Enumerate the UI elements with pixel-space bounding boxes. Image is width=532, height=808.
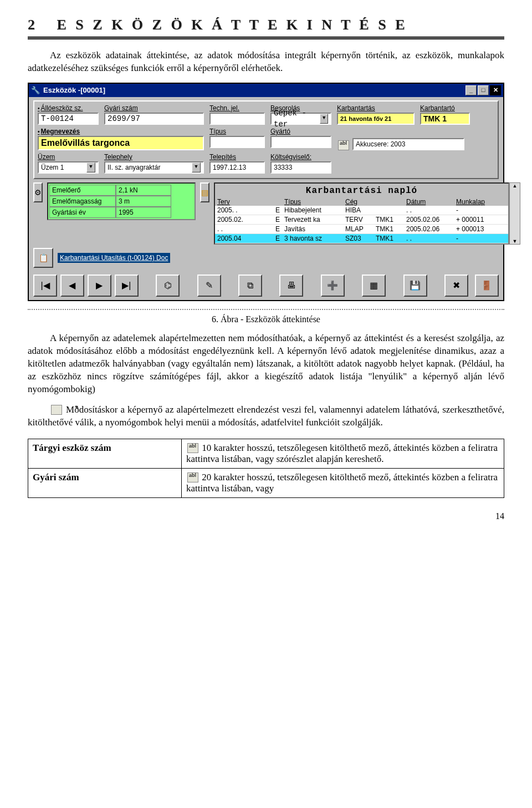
log-row[interactable]: . .EJavításMLAPTMK12005.02.06+ 000013: [215, 225, 508, 234]
doc-icon-button[interactable]: 📋: [33, 248, 53, 268]
props-icon-button[interactable]: ⚙: [33, 182, 43, 202]
edit-icon: ✎: [206, 280, 213, 291]
close-button[interactable]: ✕: [490, 85, 501, 95]
first-icon: |◀: [40, 280, 49, 291]
label-gyari[interactable]: Gyári szám: [104, 104, 204, 113]
exit-button[interactable]: 🚪: [475, 275, 499, 297]
dotted-separator: [28, 309, 504, 310]
window-title: Eszközök -[00001]: [43, 86, 105, 94]
edit-icon: ✎: [51, 405, 62, 415]
key-cell: Tárgyi eszköz szám: [28, 439, 182, 469]
abl-icon: abl: [187, 472, 198, 482]
label-karbantarto[interactable]: Karbantartó: [420, 104, 470, 113]
label-uzem[interactable]: Üzem: [38, 153, 99, 161]
next-icon: ▶: [96, 280, 103, 291]
input-karbantartas[interactable]: 21 havonta főv 21: [337, 113, 415, 125]
value-cell: abl 20 karakter hosszú, tetszőlegesen ki…: [182, 469, 504, 498]
input-megnevezes[interactable]: Emelővillás targonca: [38, 136, 204, 150]
scroll-down-icon[interactable]: ▼: [513, 238, 518, 244]
chapter-title: E S Z K Ö Z Ö K Á T T E K I N T É S E: [57, 17, 408, 33]
label-telepites[interactable]: Telepítés: [209, 153, 265, 161]
label-telephely[interactable]: Telephely: [104, 153, 204, 161]
log-header: Terv Típus Cég Dátum Munkalap: [215, 198, 508, 206]
log-scrollbar[interactable]: ▲▼: [509, 182, 520, 245]
intro-paragraph: Az eszközök adatainak áttekintése, az ad…: [28, 49, 504, 75]
last-icon: ▶|: [122, 280, 131, 291]
gear-icon: ⚙: [34, 188, 42, 197]
delete-button[interactable]: ✖: [444, 275, 468, 297]
copy-button[interactable]: ⧉: [238, 275, 262, 297]
door-icon: 🚪: [481, 280, 492, 291]
chevron-down-icon[interactable]: ▼: [86, 162, 95, 172]
input-gyarto[interactable]: [270, 136, 331, 148]
value-cell: abl 10 karakter hosszú, tetszőlegesen ki…: [182, 439, 504, 469]
input-extra-note[interactable]: Akkucsere: 2003: [352, 138, 464, 150]
maximize-button[interactable]: □: [478, 85, 489, 95]
notebook-icon: ▤: [201, 188, 208, 197]
save-button[interactable]: 💾: [403, 275, 427, 297]
tree-button[interactable]: ⌬: [156, 275, 180, 297]
card-icon: ▦: [370, 280, 378, 291]
label-tipus[interactable]: Típus: [209, 127, 265, 136]
label-gyarto[interactable]: Gyártó: [270, 127, 331, 136]
minimize-button[interactable]: _: [466, 85, 477, 95]
print-button[interactable]: 🖶: [279, 275, 303, 297]
label-koltseg[interactable]: Költségviselő:: [270, 153, 331, 161]
titlebar: 🔧 Eszközök -[00001] _ □ ✕: [29, 84, 503, 97]
input-telepites[interactable]: 1997.12.13: [209, 161, 265, 174]
chevron-down-icon[interactable]: ▼: [192, 162, 201, 172]
paragraph-3: ✎ Módosításkor a képernyő az alapértelme…: [28, 404, 504, 429]
props-grid: Emelőerő2,1 kN Emelőmagasság3 m Gyártási…: [49, 185, 193, 218]
key-cell: Gyári szám: [28, 469, 182, 498]
table-row: Tárgyi eszköz szám abl 10 karakter hossz…: [28, 439, 504, 469]
label-karbantartas[interactable]: Karbantartás: [337, 104, 415, 113]
input-karbantarto[interactable]: TMK 1: [420, 113, 470, 125]
doc-link[interactable]: Karbantartási Utasítás (t-00124) Doc: [58, 253, 170, 263]
copy-icon: ⧉: [247, 281, 253, 291]
chapter-heading: 2 E S Z K Ö Z Ö K Á T T E K I N T É S E: [28, 17, 504, 39]
table-row: Gyári szám abl 20 karakter hosszú, tetsz…: [28, 469, 504, 498]
scroll-up-icon[interactable]: ▲: [513, 183, 518, 189]
save-icon: 💾: [410, 280, 421, 291]
log-icon-button[interactable]: ▤: [200, 182, 209, 202]
input-tipus[interactable]: [209, 136, 265, 148]
edit-button[interactable]: ✎: [197, 275, 221, 297]
input-techn[interactable]: [209, 113, 265, 125]
log-row[interactable]: 2005. .EHibabejelentHIBA . .-: [215, 206, 508, 215]
abl-icon[interactable]: abl: [338, 140, 349, 150]
new-button[interactable]: ➕: [321, 275, 345, 297]
first-button[interactable]: |◀: [33, 275, 57, 297]
label-alloeszkoz[interactable]: Állóeszköz sz.: [38, 104, 99, 113]
abl-icon: abl: [187, 443, 198, 453]
label-megnevezes[interactable]: Megnevezés: [38, 127, 204, 136]
next-button[interactable]: ▶: [88, 275, 111, 297]
form-card: Állóeszköz sz. T-00124 Gyári szám 2699/9…: [33, 100, 499, 179]
page-number: 14: [28, 498, 504, 521]
chapter-number: 2: [28, 17, 38, 33]
input-besorolas[interactable]: Gépek - ter▼: [270, 113, 331, 125]
clipboard-icon: 📋: [39, 253, 48, 262]
chevron-down-icon[interactable]: ▼: [320, 114, 328, 124]
input-uzem[interactable]: Üzem 1▼: [38, 161, 99, 174]
log-row[interactable]: 2005.02.ETervezett kaTERVTMK12005.02.06+…: [215, 215, 508, 225]
new-icon: ➕: [327, 280, 338, 291]
app-window: 🔧 Eszközök -[00001] _ □ ✕ Állóeszköz sz.…: [28, 83, 504, 301]
last-button[interactable]: ▶|: [115, 275, 139, 297]
bottom-toolbar: |◀ ◀ ▶ ▶| ⌬ ✎ ⧉ 🖶 ➕ ▦ 💾 ✖ 🚪: [29, 271, 503, 300]
input-koltseg[interactable]: 33333: [270, 161, 331, 174]
print-icon: 🖶: [287, 281, 296, 291]
tree-icon: ⌬: [164, 280, 172, 291]
figure-caption: 6. Ábra - Eszközök áttekintése: [28, 314, 504, 324]
log-row-selected[interactable]: 2005.04E3 havonta szSZ03TMK1 . .-: [215, 234, 508, 243]
field-description-table: Tárgyi eszköz szám abl 10 karakter hossz…: [28, 439, 504, 498]
delete-icon: ✖: [453, 280, 460, 291]
paragraph-2: A képernyőn az adatelemek alapértelmezet…: [28, 332, 504, 396]
prev-button[interactable]: ◀: [60, 275, 84, 297]
label-techn[interactable]: Techn. jel.: [209, 104, 265, 113]
input-alloeszkoz[interactable]: T-00124: [38, 113, 99, 125]
input-gyari[interactable]: 2699/97: [104, 113, 204, 125]
wrench-icon: 🔧: [31, 86, 40, 94]
card-button[interactable]: ▦: [362, 275, 386, 297]
log-title: Karbantartási napló: [215, 184, 508, 198]
input-telephely[interactable]: II. sz. anyagraktár▼: [104, 161, 204, 174]
